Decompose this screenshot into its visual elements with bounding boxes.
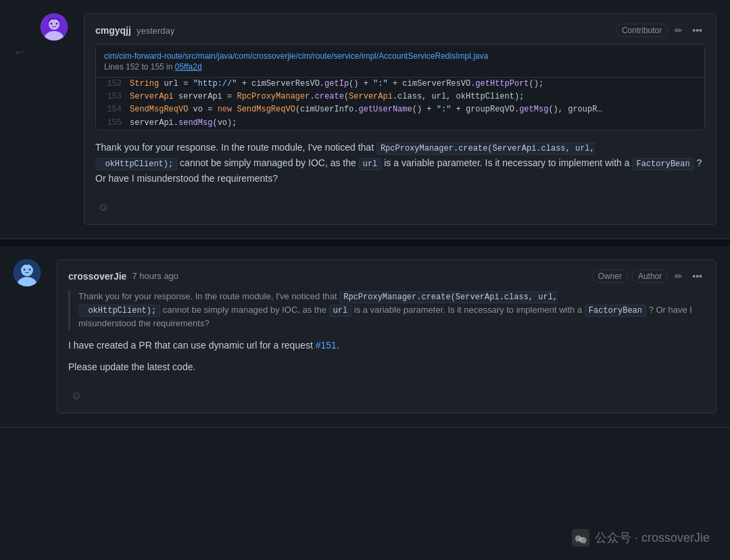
more-button-1[interactable]: ••• bbox=[689, 24, 705, 37]
code-line-154: 154 SendMsgReqVO vo = new SendMsgReqVO(c… bbox=[96, 103, 704, 116]
author-badge: Author bbox=[632, 270, 668, 283]
file-link[interactable]: cim/cim-forward-route/src/main/java/com/… bbox=[104, 51, 488, 61]
svg-point-4 bbox=[56, 23, 58, 25]
comment2-time: 7 hours ago bbox=[132, 271, 178, 281]
inline-code-1: RpcProxyManager.create(ServerApi.class, … bbox=[95, 143, 595, 170]
commit-link[interactable]: 05ffa2d bbox=[175, 62, 202, 72]
edit-button-2[interactable]: ✏ bbox=[672, 270, 685, 283]
code-line-153: 153 ServerApi serverApi = RpcProxyManage… bbox=[96, 91, 704, 103]
svg-point-9 bbox=[29, 268, 31, 270]
comment1-author: cmgyqjj bbox=[95, 25, 131, 36]
code-line-155: 155 serverApi.sendMsg(vo); bbox=[96, 117, 704, 130]
reply-icon: ↩ bbox=[15, 46, 24, 59]
quote-inline-code-1: RpcProxyManager.create(ServerApi.class, … bbox=[78, 291, 558, 317]
code-quote-block: cim/cim-forward-route/src/main/java/com/… bbox=[95, 44, 705, 130]
quote-inline-code-2: url bbox=[329, 305, 352, 317]
code-table: 152 String url = "http://" + cimServerRe… bbox=[96, 78, 704, 130]
avatar-crossoverjie bbox=[14, 259, 41, 286]
comment2-paragraph-1: I have created a PR that can use dynamic… bbox=[68, 338, 705, 353]
comment1-body: cim/cim-forward-route/src/main/java/com/… bbox=[95, 44, 705, 215]
pr-link[interactable]: #151 bbox=[316, 340, 337, 351]
comment-header-2: crossoverJie 7 hours ago Owner Author ✏ … bbox=[68, 270, 705, 283]
comment1-paragraph: Thank you for your response. In the rout… bbox=[95, 140, 705, 186]
blockquote-paragraph: Thank you for your response. In the rout… bbox=[78, 290, 705, 330]
comment-header-1: cmgyqjj yesterday Contributor ✏ ••• bbox=[95, 24, 705, 37]
quote-inline-code-3: FactoryBean bbox=[585, 305, 646, 317]
comment2-paragraph-2: Please update the latest code. bbox=[68, 359, 705, 374]
comment1-time: yesterday bbox=[137, 26, 174, 36]
comment2-body: Thank you for your response. In the rout… bbox=[68, 290, 705, 403]
emoji-reaction-btn-2[interactable]: ☺ bbox=[68, 388, 84, 403]
svg-point-6 bbox=[21, 264, 33, 276]
inline-code-3: FactoryBean bbox=[632, 158, 694, 170]
avatar-cmgyqjj bbox=[41, 14, 68, 41]
more-button-2[interactable]: ••• bbox=[689, 270, 705, 283]
owner-badge: Owner bbox=[592, 270, 628, 283]
svg-point-8 bbox=[24, 268, 26, 270]
blockquote: Thank you for your response. In the rout… bbox=[68, 290, 705, 330]
edit-button-1[interactable]: ✏ bbox=[672, 24, 685, 37]
svg-point-3 bbox=[51, 23, 53, 25]
inline-code-2: url bbox=[359, 158, 382, 170]
svg-point-1 bbox=[49, 19, 59, 30]
comment2-author: crossoverJie bbox=[68, 271, 126, 282]
code-line-152: 152 String url = "http://" + cimServerRe… bbox=[96, 78, 704, 91]
emoji-reaction-btn-1[interactable]: ☺ bbox=[95, 200, 112, 215]
contributor-badge: Contributor bbox=[616, 24, 668, 37]
lines-info: Lines 152 to 155 in 05ffa2d bbox=[104, 62, 696, 72]
